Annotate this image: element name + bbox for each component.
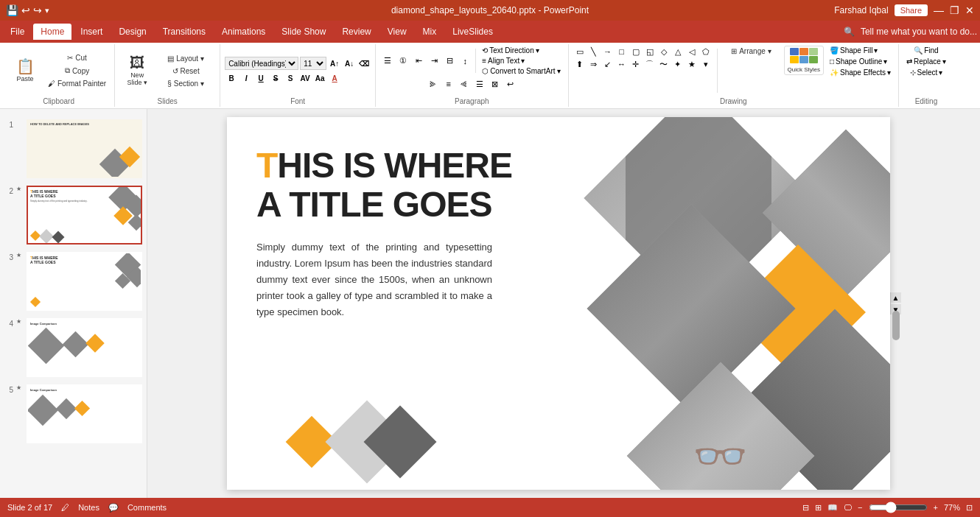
fit-slide-button[interactable]: ⊡ — [966, 503, 973, 513]
share-button[interactable]: Share — [895, 4, 928, 16]
scroll-thumb[interactable] — [892, 311, 900, 340]
align-center-button[interactable]: ≡ — [441, 77, 456, 91]
justify-low-button[interactable]: ⊠ — [488, 77, 503, 91]
shadow-button[interactable]: S — [284, 71, 297, 85]
slide-thumb-1[interactable]: 1 HOW TO DELETE AND REPLACE IMAGES — [3, 118, 144, 180]
shape-callout[interactable]: ⌒ — [643, 58, 657, 70]
bullet-list-button[interactable]: ☰ — [380, 54, 395, 68]
shape-snip[interactable]: ◱ — [643, 46, 657, 57]
font-family-select[interactable]: Calibri (Headings) — [225, 57, 298, 70]
font-size-select[interactable]: 11 — [300, 57, 326, 70]
align-left-button[interactable]: ⫸ — [426, 77, 441, 91]
slide-thumb-2[interactable]: 2 ★ THIS IS WHEREA TITLE GOES Simply dum… — [3, 184, 144, 246]
columns-button[interactable]: ⊟ — [442, 54, 457, 68]
zoom-in-button[interactable]: + — [934, 503, 938, 512]
save-icon[interactable]: 💾 — [6, 4, 18, 16]
shape-triangle[interactable]: △ — [671, 46, 685, 57]
minimize-button[interactable]: — — [934, 4, 944, 16]
vertical-scrollbar[interactable]: ▲ ▼ — [890, 292, 900, 314]
shape-penta[interactable]: ⬠ — [699, 46, 713, 57]
clear-format-button[interactable]: ⌫ — [357, 57, 371, 70]
menu-item-animations[interactable]: Animations — [214, 24, 273, 40]
shape-outline-button[interactable]: □ Shape Outline ▾ — [827, 57, 894, 66]
font-size-input[interactable]: Aa — [313, 71, 326, 85]
layout-button[interactable]: ▤ Layout ▾ — [156, 53, 215, 64]
normal-view-button[interactable]: ⊟ — [802, 503, 809, 513]
menu-item-design[interactable]: Design — [111, 24, 153, 40]
shape-arrow-up[interactable]: ⬆ — [573, 58, 587, 70]
reading-view-button[interactable]: 📖 — [827, 503, 838, 513]
format-painter-button[interactable]: 🖌 Format Painter — [44, 78, 110, 89]
shape-more[interactable]: ▾ — [699, 58, 713, 70]
scroll-up-button[interactable]: ▲ — [891, 292, 901, 303]
shape-diamond[interactable]: ◇ — [657, 46, 671, 57]
menu-item-insert[interactable]: Insert — [73, 24, 110, 40]
increase-indent-button[interactable]: ⇥ — [427, 54, 441, 68]
slide-image-5[interactable]: Image Comparison — [27, 384, 142, 443]
shape-star5[interactable]: ★ — [685, 58, 699, 70]
find-button[interactable]: 🔍 Find — [911, 46, 941, 55]
slide-canvas[interactable]: THIS IS WHERE A TITLE GOES Simply dummy … — [227, 117, 890, 490]
presenter-view-button[interactable]: 🖵 — [844, 503, 852, 512]
shape-arrow-line[interactable]: → — [601, 46, 615, 57]
decrease-indent-button[interactable]: ⇤ — [411, 54, 426, 68]
shape-round-rect[interactable]: ▢ — [629, 46, 643, 57]
text-direction-button[interactable]: ⟲ Text Direction ▾ — [479, 46, 563, 55]
menu-item-mix[interactable]: Mix — [416, 24, 444, 40]
shape-line[interactable]: ╲ — [587, 46, 601, 57]
close-button[interactable]: ✕ — [965, 4, 974, 16]
slide-image-3[interactable]: THIS IS WHEREA TITLE GOES — [27, 252, 142, 311]
select-button[interactable]: ⊹ Select ▾ — [907, 68, 946, 77]
menu-item-file[interactable]: File — [3, 24, 32, 40]
menu-item-slideshow[interactable]: Slide Show — [274, 24, 333, 40]
char-spacing-button[interactable]: AV — [298, 71, 312, 85]
zoom-out-button[interactable]: − — [858, 503, 862, 512]
redo-icon[interactable]: ↪ — [33, 4, 42, 16]
strikethrough-button[interactable]: S — [269, 71, 282, 85]
rtl-button[interactable]: ↩ — [503, 77, 518, 91]
shape-fill-button[interactable]: 🪣 Shape Fill ▾ — [827, 46, 894, 55]
slide-image-4[interactable]: Image Comparison — [27, 318, 142, 377]
menu-item-transitions[interactable]: Transitions — [155, 24, 213, 40]
menu-item-home[interactable]: Home — [33, 24, 71, 40]
arrange-button[interactable]: ⊞ Arrange ▾ — [722, 46, 781, 57]
align-text-button[interactable]: ≡ Align Text ▾ — [479, 56, 563, 66]
cut-button[interactable]: ✂ Cut — [44, 52, 110, 63]
decrease-font-button[interactable]: A↓ — [343, 57, 356, 70]
slide-sorter-button[interactable]: ⊞ — [815, 503, 822, 513]
slide-thumb-5[interactable]: 5 ★ Image Comparison — [3, 383, 144, 445]
justify-button[interactable]: ☰ — [472, 77, 487, 91]
line-spacing-button[interactable]: ↕ — [458, 54, 472, 68]
restore-button[interactable]: ❐ — [950, 4, 959, 16]
shape-effects-button[interactable]: ✨ Shape Effects ▾ — [827, 68, 894, 77]
increase-font-button[interactable]: A↑ — [328, 57, 341, 70]
shape-rect[interactable]: ▭ — [573, 46, 587, 57]
zoom-slider[interactable] — [869, 502, 928, 513]
slide-image-2[interactable]: THIS IS WHEREA TITLE GOES Simply dummy t… — [27, 186, 142, 245]
menu-item-liveslides[interactable]: LiveSlides — [445, 24, 500, 40]
slide-thumb-4[interactable]: 4 ★ Image Comparison — [3, 317, 144, 379]
comments-button[interactable]: Comments — [127, 503, 167, 512]
shape-arrow-bl[interactable]: ↙ — [601, 58, 615, 70]
paste-button[interactable]: 📋 Paste — [7, 57, 43, 84]
customize-icon[interactable]: ▾ — [45, 6, 49, 15]
align-right-button[interactable]: ⫷ — [457, 77, 472, 91]
bold-button[interactable]: B — [225, 71, 238, 85]
shape-rect2[interactable]: □ — [615, 46, 629, 57]
copy-button[interactable]: ⧉ Copy — [44, 65, 110, 77]
undo-icon[interactable]: ↩ — [21, 4, 30, 16]
notes-button[interactable]: Notes — [78, 503, 99, 512]
font-color-button[interactable]: A — [328, 71, 341, 85]
slide-image-1[interactable]: HOW TO DELETE AND REPLACE IMAGES — [27, 119, 142, 178]
quick-styles-button[interactable]: Quick Styles — [784, 46, 824, 75]
convert-smartart-button[interactable]: ⬡ Convert to SmartArt ▾ — [479, 66, 563, 76]
shape-wave[interactable]: 〜 — [657, 58, 671, 70]
shape-rtriangle[interactable]: ◁ — [685, 46, 699, 57]
section-button[interactable]: § Section ▾ — [156, 78, 215, 89]
underline-button[interactable]: U — [254, 71, 267, 85]
replace-button[interactable]: ⇄ Replace ▾ — [903, 57, 949, 66]
menu-item-view[interactable]: View — [380, 24, 414, 40]
shape-arrow-lr[interactable]: ↔ — [615, 58, 629, 70]
shape-arrow-r[interactable]: ⇒ — [587, 58, 601, 70]
italic-button[interactable]: I — [239, 71, 253, 85]
